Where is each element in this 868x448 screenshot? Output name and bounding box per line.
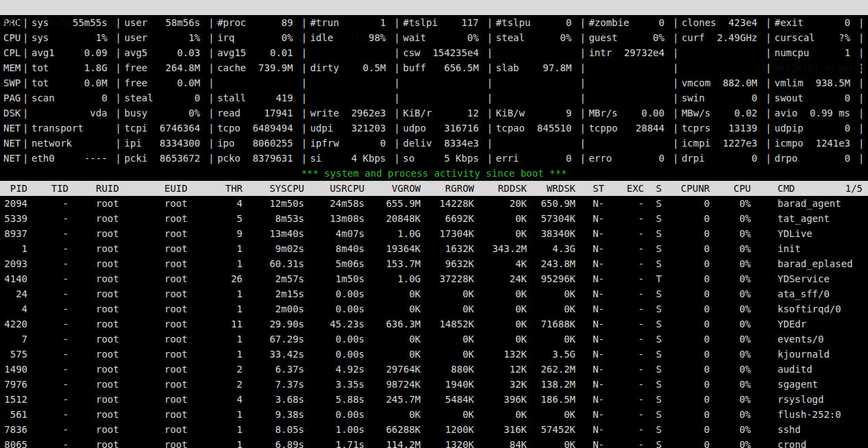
cell-usrcpu: 8m40s bbox=[308, 241, 369, 256]
cell-usrcpu: 45.23s bbox=[308, 316, 369, 332]
cell-rddsk: 132K bbox=[478, 347, 531, 362]
field-separator-pipe: | bbox=[394, 15, 399, 30]
stat-value: 1241e3 bbox=[815, 136, 850, 151]
column-header-rddsk: RDDSK bbox=[478, 181, 531, 196]
cell-usrcpu: 1.00s bbox=[308, 422, 369, 437]
cell-usrcpu: 4m07s bbox=[308, 226, 369, 241]
cell-tid: - bbox=[32, 437, 73, 448]
cell-wrdsk: 0K bbox=[531, 332, 580, 347]
cell-euid: root bbox=[149, 196, 219, 211]
stat-value: 0.5M bbox=[363, 60, 386, 75]
stat-value: 0.03 bbox=[177, 45, 200, 60]
stat-value: 0 bbox=[659, 15, 665, 30]
stat-value: 0.0M bbox=[177, 75, 200, 90]
stat-field: | bbox=[673, 60, 766, 75]
stat-key: tcpi bbox=[125, 121, 148, 136]
cell-cpunr: 0 bbox=[666, 316, 714, 332]
stat-field: |icmpi1227e3 bbox=[673, 136, 766, 151]
stat-field: | bbox=[580, 90, 673, 105]
cell-pid: 1490 bbox=[0, 362, 32, 377]
field-separator-pipe: | bbox=[858, 90, 868, 105]
cell-cmd: flush-252:0 bbox=[755, 407, 868, 422]
field-separator-pipe: | bbox=[23, 15, 28, 30]
stat-field: |KiB/r12 bbox=[394, 105, 487, 121]
cell-ruid: root bbox=[73, 407, 149, 422]
cell-s: S bbox=[648, 407, 666, 422]
field-separator-pipe: | bbox=[116, 30, 121, 45]
stat-field: |#tslpi117 bbox=[394, 15, 487, 30]
stat-field: |tcprs13139 bbox=[673, 121, 766, 136]
cell-euid: root bbox=[149, 422, 219, 437]
column-header-cmd: CMD1/5 bbox=[755, 181, 868, 196]
column-header-cpunr: CPUNR bbox=[666, 181, 714, 196]
stat-value: 28844 bbox=[636, 121, 665, 136]
cell-syscpu: 6.37s bbox=[247, 362, 308, 377]
cell-rddsk: 0K bbox=[478, 211, 531, 226]
cell-thr: 2 bbox=[219, 362, 247, 377]
stat-value: 0% bbox=[560, 30, 572, 45]
field-separator-pipe: | bbox=[394, 136, 399, 151]
cell-cpu: 0% bbox=[714, 332, 755, 347]
cell-cpunr: 0 bbox=[666, 437, 714, 448]
stat-key: dirty bbox=[310, 60, 339, 75]
cell-st: N- bbox=[580, 196, 608, 211]
field-separator-pipe: | bbox=[766, 105, 771, 121]
cell-pid: 561 bbox=[0, 407, 32, 422]
cell-vgrow: 1.0G bbox=[369, 271, 425, 286]
field-separator-pipe: | bbox=[23, 60, 28, 75]
cell-syscpu: 60.31s bbox=[247, 256, 308, 271]
field-separator-pipe: | bbox=[487, 60, 493, 75]
cell-s: S bbox=[648, 362, 666, 377]
stat-value: 0 bbox=[195, 90, 200, 105]
field-separator-pipe: | bbox=[301, 136, 307, 151]
cell-usrcpu: 5.88s bbox=[308, 392, 369, 407]
stat-value: 117 bbox=[462, 15, 479, 30]
process-row: 2094-rootroot412m50s24m58s655.9M14228K20… bbox=[0, 196, 868, 211]
stat-value: ?% bbox=[839, 30, 850, 45]
cell-s: S bbox=[648, 437, 666, 448]
stat-value: 0 bbox=[101, 90, 107, 105]
stat-field: |buff656.5M bbox=[394, 60, 487, 75]
cell-ruid: root bbox=[73, 422, 149, 437]
cell-exc: - bbox=[608, 211, 648, 226]
field-separator-pipe: | bbox=[23, 136, 28, 151]
cell-cmd: init bbox=[755, 241, 868, 256]
cell-tid: - bbox=[32, 271, 73, 286]
cell-st: N- bbox=[580, 226, 608, 241]
cell-wrdsk: 0K bbox=[531, 437, 580, 448]
cell-thr: 5 bbox=[219, 211, 247, 226]
field-separator-pipe: | bbox=[208, 136, 214, 151]
cell-cpunr: 0 bbox=[666, 301, 714, 316]
stat-value: 58m56s bbox=[166, 15, 201, 30]
cell-s: S bbox=[648, 256, 666, 271]
stat-key: pcki bbox=[125, 151, 148, 166]
cell-ruid: root bbox=[73, 226, 149, 241]
cell-pid: 7836 bbox=[0, 422, 32, 437]
field-separator-pipe: | bbox=[301, 90, 307, 105]
stat-value: 0.0M bbox=[84, 75, 108, 90]
cell-wrdsk: 71688K bbox=[531, 316, 580, 332]
stat-value: 0% bbox=[188, 105, 200, 121]
stat-field: |ipo8060255 bbox=[208, 136, 301, 151]
stat-value: 154235e4 bbox=[432, 45, 478, 60]
stat-key: buff bbox=[403, 60, 426, 75]
cell-euid: root bbox=[149, 332, 219, 347]
cell-rgrow: 37228K bbox=[425, 271, 478, 286]
field-separator-pipe: | bbox=[580, 15, 585, 30]
resource-label: PAG bbox=[0, 90, 23, 105]
field-separator-pipe: | bbox=[766, 151, 771, 166]
stat-key: eth0 bbox=[32, 151, 55, 166]
cell-cpu: 0% bbox=[714, 437, 755, 448]
field-separator-pipe: | bbox=[116, 45, 121, 60]
field-separator-pipe: | bbox=[673, 45, 678, 60]
cell-s: S bbox=[648, 196, 666, 211]
field-separator-pipe: | bbox=[673, 151, 678, 166]
column-header-ruid: RUID bbox=[73, 181, 149, 196]
cell-cpunr: 0 bbox=[666, 422, 714, 437]
cell-s: T bbox=[648, 271, 666, 286]
cell-pid: 2093 bbox=[0, 256, 32, 271]
field-separator-pipe: | bbox=[208, 105, 214, 121]
cell-cmd: barad_eplased bbox=[755, 256, 868, 271]
terminal-screen[interactable]: ATOP - VM-55-10-centos 2021/09/08 17:33:… bbox=[0, 0, 868, 448]
field-separator-pipe: | bbox=[208, 45, 214, 60]
